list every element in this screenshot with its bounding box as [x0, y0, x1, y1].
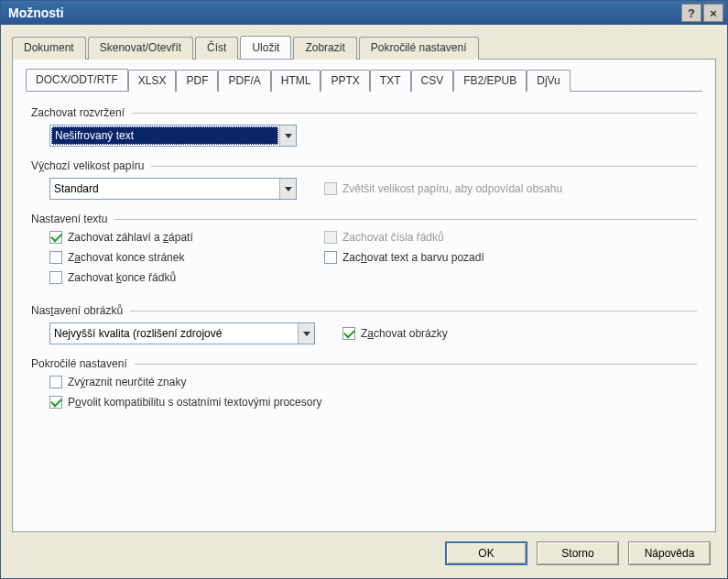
enlarge-paper-label: Zvětšit velikost papíru, aby odpovídal o…: [342, 182, 562, 195]
window-title: Možnosti: [8, 5, 681, 20]
keep-bgcolor-checkbox[interactable]: Zachovat text a barvu pozadí: [324, 251, 697, 264]
checkbox-box: [49, 396, 62, 409]
chevron-down-icon[interactable]: [298, 323, 314, 344]
text-label: Nastavení textu: [31, 213, 697, 225]
close-button[interactable]: ×: [703, 4, 723, 22]
pictures-label: Nastavení obrázků: [31, 304, 697, 317]
keep-pagebreaks-label: Zachovat konce stránek: [68, 251, 184, 264]
pictures-quality-combo[interactable]: Nejvyšší kvalita (rozlišení zdrojové: [49, 322, 315, 344]
separator-line: [114, 219, 697, 220]
layout-section: Zachovat rozvržení Nešifrovaný text: [31, 106, 697, 147]
chevron-down-icon[interactable]: [279, 179, 296, 199]
checkbox-box: [324, 231, 337, 244]
tab-dokument[interactable]: Dokument: [12, 37, 86, 60]
separator-line: [151, 166, 697, 167]
chevron-down-icon[interactable]: [279, 126, 296, 146]
paper-section: Výchozí velikost papíru Standard Zvětšit…: [31, 159, 697, 200]
keep-pagebreaks-checkbox[interactable]: Zachovat konce stránek: [49, 251, 324, 264]
help-button[interactable]: Nápověda: [628, 541, 711, 565]
tab-pokrocile[interactable]: Pokročilé nastavení: [359, 37, 479, 60]
separator-line: [135, 364, 697, 365]
titlebar: Možnosti ? ×: [1, 1, 727, 25]
subtab-pdf[interactable]: PDF: [176, 70, 218, 92]
separator-line: [132, 113, 697, 114]
keep-linenumbers-checkbox: Zachovat čísla řádků: [324, 231, 697, 244]
subtab-csv[interactable]: CSV: [411, 70, 454, 92]
checkbox-box: [49, 271, 62, 284]
tab-zobrazit[interactable]: Zobrazit: [293, 37, 356, 60]
layout-label-text: Zachovat rozvržení: [31, 106, 125, 119]
paper-label: Výchozí velikost papíru: [31, 159, 697, 172]
advanced-label: Pokročilé nastavení: [31, 357, 697, 370]
compatibility-label: Povolit kompatibilitu s ostatními textov…: [68, 396, 321, 409]
subtab-fb2[interactable]: FB2/EPUB: [453, 70, 527, 92]
tab-cist[interactable]: Číst: [195, 37, 238, 60]
tab-content: DOCX/ODT/RTF XLSX PDF PDF/A HTML PPTX TX…: [12, 60, 716, 532]
subtab-pptx[interactable]: PPTX: [321, 70, 369, 92]
keep-headers-checkbox[interactable]: Zachovat záhlaví a zápatí: [49, 231, 324, 244]
enlarge-paper-checkbox: Zvětšit velikost papíru, aby odpovídal o…: [324, 182, 562, 195]
tab-ulozit[interactable]: Uložit: [240, 36, 291, 59]
subtab-html[interactable]: HTML: [271, 70, 321, 92]
separator-line: [130, 311, 697, 311]
cancel-button[interactable]: Storno: [537, 541, 619, 565]
close-icon: ×: [710, 6, 717, 20]
paper-label-text: Výchozí velikost papíru: [31, 159, 144, 172]
layout-label: Zachovat rozvržení: [31, 106, 697, 119]
subtab-pdfa[interactable]: PDF/A: [218, 70, 270, 92]
keep-linenumbers-label: Zachovat čísla řádků: [342, 231, 444, 244]
compatibility-checkbox[interactable]: Povolit kompatibilitu s ostatními textov…: [49, 396, 697, 409]
checkbox-box: [324, 182, 337, 195]
tab-skenovat[interactable]: Skenovat/Otevřít: [88, 37, 193, 60]
layout-combo-value: Nešifrovaný text: [51, 126, 278, 145]
advanced-label-text: Pokročilé nastavení: [31, 357, 127, 370]
keep-linebreaks-label: Zachovat konce řádků: [68, 271, 176, 284]
checkbox-box: [324, 251, 337, 264]
help-button[interactable]: ?: [681, 4, 701, 22]
paper-combo-value: Standard: [50, 179, 279, 199]
ok-button[interactable]: OK: [445, 541, 527, 565]
highlight-uncertain-checkbox[interactable]: Zvýraznit neurčité znaky: [49, 376, 697, 388]
pictures-section: Nastavení obrázků Nejvyšší kvalita (rozl…: [31, 304, 697, 344]
paper-combo[interactable]: Standard: [49, 178, 297, 200]
highlight-uncertain-label: Zvýraznit neurčité znaky: [68, 376, 186, 388]
subtab-docx[interactable]: DOCX/ODT/RTF: [26, 69, 128, 91]
advanced-section: Pokročilé nastavení Zvýraznit neurčité z…: [31, 357, 697, 409]
text-section: Nastavení textu Zachovat záhlaví a zápat…: [31, 213, 697, 291]
dialog-body: Dokument Skenovat/Otevřít Číst Uložit Zo…: [1, 25, 727, 578]
help-icon: ?: [688, 6, 695, 20]
subtab-djvu[interactable]: DjVu: [527, 70, 570, 92]
keep-pictures-checkbox[interactable]: Zachovat obrázky: [342, 327, 448, 340]
layout-combo[interactable]: Nešifrovaný text: [49, 125, 297, 147]
main-tabs: Dokument Skenovat/Otevřít Číst Uložit Zo…: [12, 36, 716, 60]
dialog-buttons: OK Storno Nápověda: [12, 532, 716, 571]
checkbox-box: [49, 376, 62, 388]
pictures-quality-value: Nejvyšší kvalita (rozlišení zdrojové: [50, 323, 298, 344]
keep-linebreaks-checkbox[interactable]: Zachovat konce řádků: [49, 271, 324, 284]
subtab-xlsx[interactable]: XLSX: [128, 70, 177, 92]
options-dialog: Možnosti ? × Dokument Skenovat/Otevřít Č…: [0, 0, 728, 579]
keep-bgcolor-label: Zachovat text a barvu pozadí: [342, 251, 484, 264]
format-subtabs: DOCX/ODT/RTF XLSX PDF PDF/A HTML PPTX TX…: [26, 69, 702, 92]
pictures-label-text: Nastavení obrázků: [31, 304, 123, 317]
checkbox-box: [342, 327, 355, 340]
keep-pictures-label: Zachovat obrázky: [361, 327, 448, 340]
titlebar-buttons: ? ×: [681, 4, 723, 22]
text-label-text: Nastavení textu: [31, 213, 107, 225]
keep-headers-label: Zachovat záhlaví a zápatí: [68, 231, 193, 244]
checkbox-box: [49, 231, 62, 244]
subtab-txt[interactable]: TXT: [370, 70, 411, 92]
checkbox-box: [49, 251, 62, 264]
format-panel: Zachovat rozvržení Nešifrovaný text Vých…: [26, 92, 702, 427]
